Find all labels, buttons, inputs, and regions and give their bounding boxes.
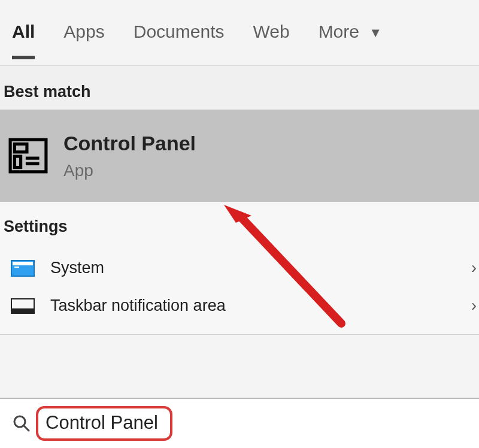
settings-item-label: System bbox=[50, 259, 104, 277]
tab-documents[interactable]: Documents bbox=[134, 22, 225, 59]
settings-item-taskbar[interactable]: Taskbar notification area › bbox=[0, 287, 479, 325]
tab-more[interactable]: More ▼ bbox=[319, 22, 382, 59]
svg-line-12 bbox=[24, 426, 29, 431]
chevron-right-icon: › bbox=[471, 296, 477, 315]
control-panel-icon bbox=[8, 136, 48, 175]
settings-header: Settings bbox=[0, 202, 479, 249]
best-match-control-panel[interactable]: Control Panel App bbox=[0, 110, 479, 202]
taskbar-icon bbox=[11, 298, 35, 314]
settings-item-system[interactable]: System › bbox=[0, 249, 479, 287]
tab-more-label: More bbox=[319, 22, 359, 41]
search-bar: Control Panel bbox=[0, 398, 479, 448]
tab-web[interactable]: Web bbox=[253, 22, 289, 59]
search-input[interactable]: Control Panel bbox=[41, 408, 169, 438]
best-match-header: Best match bbox=[0, 66, 479, 110]
settings-item-label: Taskbar notification area bbox=[50, 296, 226, 315]
svg-rect-6 bbox=[13, 262, 33, 265]
chevron-right-icon: › bbox=[471, 259, 477, 277]
search-filter-tabs: All Apps Documents Web More ▼ bbox=[0, 0, 479, 66]
search-icon bbox=[12, 414, 31, 433]
svg-rect-1 bbox=[14, 144, 27, 152]
chevron-down-icon: ▼ bbox=[369, 25, 382, 41]
monitor-icon bbox=[11, 260, 35, 277]
settings-section: Settings System › Taskbar notification a… bbox=[0, 202, 479, 335]
divider bbox=[0, 334, 479, 335]
tab-all[interactable]: All bbox=[12, 22, 35, 59]
svg-rect-8 bbox=[11, 308, 34, 313]
best-match-title: Control Panel bbox=[63, 132, 196, 155]
best-match-text: Control Panel App bbox=[63, 132, 196, 180]
svg-rect-2 bbox=[14, 156, 20, 168]
best-match-subtitle: App bbox=[63, 161, 196, 180]
tab-apps[interactable]: Apps bbox=[63, 22, 104, 59]
